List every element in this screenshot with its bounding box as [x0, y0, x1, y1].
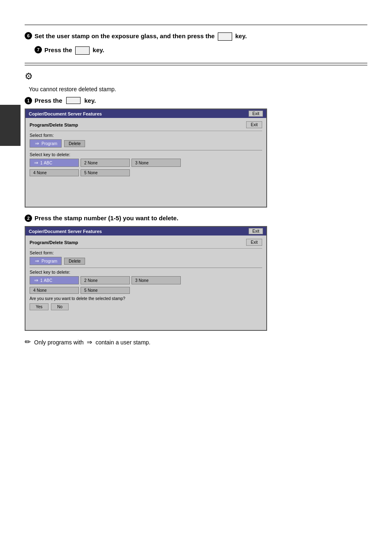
ui-divider-2a — [30, 248, 262, 249]
note-section: ✏ Only programs with ⇒ contain a user st… — [25, 337, 367, 347]
ui-select-delete-label-2: Select key to delete: — [30, 270, 262, 275]
step-7-text: Press the key. — [44, 46, 104, 55]
top-rule — [25, 25, 367, 25]
ui-exit-btn-1[interactable]: Exit — [246, 121, 262, 128]
ui-stamp-2-4[interactable]: 4 None — [30, 287, 79, 294]
ui-stamp-grid-1: 1 ABC 2 None 3 None — [30, 159, 262, 167]
ui-body-2: Program/Delete Stamp Exit Select form: P… — [25, 235, 266, 330]
ui-section-label-2: Program/Delete Stamp — [30, 240, 78, 245]
ui-section-label-row-2: Program/Delete Stamp Exit — [30, 239, 262, 246]
key-box-7 — [75, 46, 90, 55]
ui-stamp-grid-2: 1 ABC 2 None 3 None — [30, 276, 262, 284]
ui-exit-btn-2[interactable]: Exit — [246, 239, 262, 246]
ui-confirm-row: Yes No — [30, 303, 262, 310]
step-6-circle: 6 — [25, 32, 32, 39]
step-1-key-box — [66, 97, 81, 104]
section-6-line: 6 Set the user stamp on the exposure gla… — [25, 32, 367, 41]
program-arrow-icon-2 — [34, 258, 40, 264]
step-1-press-line: 1 Press the key. — [25, 97, 367, 104]
note-arrow: ⇒ — [87, 339, 92, 346]
stamp-arrow-2-1 — [33, 277, 39, 283]
ui-stamp-2-3[interactable]: 3 None — [131, 276, 181, 284]
section-6: 6 Set the user stamp on the exposure gla… — [25, 32, 367, 55]
ui-title-1-text: Copier/Document Server Features — [29, 111, 102, 116]
ui-select-form-label-2: Select form: — [30, 250, 262, 255]
ui-divider-1a — [30, 131, 262, 131]
ui-screenshot-1: Copier/Document Server Features Exit Pro… — [25, 108, 267, 208]
step-1-press-text: Press the — [35, 97, 62, 104]
ui-stamp-2-5[interactable]: 5 None — [81, 287, 130, 294]
ui-body-1: Program/Delete Stamp Exit Select form: P… — [25, 118, 266, 207]
ui-stamp-1-2[interactable]: 2 None — [81, 159, 130, 167]
ui-program-btn-1[interactable]: Program — [30, 139, 62, 148]
ui-program-btn-2[interactable]: Program — [30, 257, 62, 265]
ui-section-label-row-1: Program/Delete Stamp Exit — [30, 121, 262, 128]
sep-line-1 — [30, 150, 262, 150]
step-2-circle: 2 — [25, 215, 32, 222]
ui-select-delete-label-1: Select key to delete: — [30, 152, 262, 157]
ui-form-btns-1: Program Delete — [30, 139, 262, 148]
pencil-icon: ✏ — [25, 337, 31, 346]
ui-screenshot-2: Copier/Document Server Features Exit Pro… — [25, 226, 267, 331]
step-2-label: 2 Press the stamp number (1-5) you want … — [25, 214, 367, 222]
note-text: Only programs with ⇒ contain a user stam… — [34, 337, 150, 347]
ui-title-bar-2: Copier/Document Server Features Exit — [25, 227, 266, 235]
ui-stamp-grid-1b: 4 None 5 None — [30, 169, 262, 176]
ui-stamp-grid-2b: 4 None 5 None — [30, 287, 262, 294]
ui-stamp-1-4[interactable]: 4 None — [30, 169, 79, 176]
page-container: 6 Set the user stamp on the exposure gla… — [0, 25, 392, 554]
section-7-line: 7 Press the key. — [35, 46, 367, 55]
sidebar-marker — [0, 105, 21, 146]
program-arrow-icon-1 — [34, 141, 40, 146]
step-7-circle: 7 — [35, 46, 42, 53]
ui-yes-btn[interactable]: Yes — [30, 303, 48, 310]
ui-section-label-1: Program/Delete Stamp — [30, 122, 78, 127]
stamp-arrow-1-1 — [33, 160, 39, 166]
ui-delete-btn-1[interactable]: Delete — [64, 140, 85, 147]
ui-form-btns-2: Program Delete — [30, 257, 262, 265]
ui-delete-btn-2[interactable]: Delete — [64, 258, 85, 265]
warning-section: ⚙ You cannot restore deleted stamp. 1 Pr… — [25, 71, 367, 331]
mid-rule-top — [25, 63, 367, 63]
ui-title-2-text: Copier/Document Server Features — [29, 229, 102, 234]
warning-icon: ⚙ — [25, 71, 33, 82]
ui-stamp-1-1[interactable]: 1 ABC — [30, 159, 79, 167]
ui-confirm-text: Are you sure you want to delete the sele… — [30, 296, 262, 301]
warning-text: You cannot restore deleted stamp. — [29, 86, 367, 92]
ui-stamp-1-5[interactable]: 5 None — [81, 169, 130, 176]
sep-line-2 — [30, 268, 262, 268]
ui-select-form-label-1: Select form: — [30, 133, 262, 138]
step-1-circle: 1 — [25, 97, 32, 104]
ui-no-btn[interactable]: No — [51, 303, 69, 310]
ui-title-bar-1: Copier/Document Server Features Exit — [25, 109, 266, 118]
step-2-text: Press the stamp number (1-5) you want to… — [35, 215, 178, 222]
ui-exit-top-1[interactable]: Exit — [249, 111, 263, 117]
ui-exit-top-2[interactable]: Exit — [249, 228, 263, 234]
step-6-text: Set the user stamp on the exposure glass… — [35, 32, 247, 41]
ui-stamp-2-2[interactable]: 2 None — [81, 276, 130, 284]
key-box-6 — [218, 32, 233, 41]
mid-rule-bottom — [25, 65, 367, 65]
ui-stamp-1-3[interactable]: 3 None — [131, 159, 181, 167]
ui-stamp-2-1[interactable]: 1 ABC — [30, 276, 79, 284]
step-1-key-label: key. — [84, 97, 96, 104]
